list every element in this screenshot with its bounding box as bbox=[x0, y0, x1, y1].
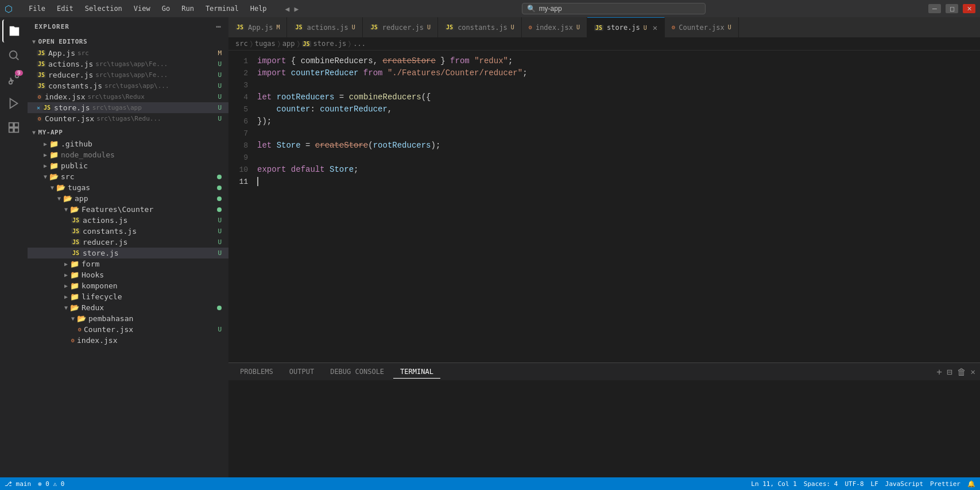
code-line-6: 6 }); bbox=[228, 115, 980, 128]
sidebar-actions[interactable]: ⋯ bbox=[216, 22, 222, 31]
tab-reducer-js[interactable]: JS reducer.js U bbox=[363, 17, 438, 37]
tab-index-jsx[interactable]: ⚙ index.jsx U bbox=[522, 17, 587, 37]
github-folder[interactable]: ▶ 📁 .github bbox=[28, 138, 228, 149]
activity-debug[interactable] bbox=[2, 92, 25, 115]
open-editors-chevron: ▼ bbox=[32, 38, 36, 45]
pembahasan-folder[interactable]: ▼ 📂 pembahasan bbox=[28, 313, 228, 324]
status-notification-icon[interactable]: 🔔 bbox=[967, 480, 975, 488]
chevron-down-icon: ▼ bbox=[44, 173, 47, 180]
tab-app-js-label: App.js bbox=[248, 24, 273, 32]
app-folder[interactable]: ▼ 📂 app bbox=[28, 193, 228, 204]
panel-plus-icon[interactable]: + bbox=[936, 366, 942, 377]
panel-trash-icon[interactable]: 🗑 bbox=[957, 366, 966, 377]
tab-app-js[interactable]: JS App.js M bbox=[228, 17, 287, 37]
menu-help[interactable]: Help bbox=[246, 3, 272, 14]
code-editor[interactable]: 1 import { combineReducers, createStore … bbox=[228, 51, 980, 362]
line-num-6: 6 bbox=[228, 115, 257, 128]
line-num-11: 11 bbox=[228, 176, 257, 188]
menu-edit[interactable]: Edit bbox=[52, 3, 78, 14]
constants-js-tree[interactable]: JS constants.js U bbox=[28, 226, 228, 237]
status-branch[interactable]: ⎇ main bbox=[5, 480, 31, 488]
tab-constants-js[interactable]: JS constants.js U bbox=[438, 17, 522, 37]
badge-u5: U bbox=[218, 104, 226, 111]
status-encoding[interactable]: UTF-8 bbox=[845, 480, 863, 488]
panel-split-icon[interactable]: ⊟ bbox=[947, 366, 952, 377]
code-line-3: 3 bbox=[228, 79, 980, 91]
tab-close-icon[interactable]: ✕ bbox=[653, 23, 657, 32]
chevron-down-icon2: ▼ bbox=[51, 184, 54, 191]
activity-source-control[interactable]: 9 bbox=[2, 68, 25, 91]
lifecycle-folder[interactable]: ▶ 📁 lifecycle bbox=[28, 291, 228, 302]
search-box[interactable]: 🔍 bbox=[522, 3, 706, 14]
open-editor-actions-js[interactable]: JS actions.js src\tugas\app\Fe... U bbox=[28, 59, 228, 70]
open-editor-index-jsx[interactable]: ⚙ index.jsx src\tugas\Redux U bbox=[28, 91, 228, 102]
status-eol[interactable]: LF bbox=[871, 480, 878, 488]
node-modules-folder[interactable]: ▶ 📁 node_modules bbox=[28, 149, 228, 160]
svg-line-1 bbox=[16, 57, 18, 60]
menu-terminal[interactable]: Terminal bbox=[201, 3, 243, 14]
sidebar-header: EXPLORER ⋯ bbox=[28, 17, 228, 36]
panel-tab-debug[interactable]: DEBUG CONSOLE bbox=[323, 365, 391, 379]
features-counter-folder[interactable]: ▼ 📂 Features\Counter bbox=[28, 204, 228, 215]
tab-actions-badge: U bbox=[352, 24, 355, 30]
activity-extensions[interactable] bbox=[2, 116, 25, 139]
line-num-2: 2 bbox=[228, 67, 257, 79]
tab-counter-jsx[interactable]: ⚙ Counter.jsx U bbox=[665, 17, 739, 37]
close-button[interactable]: ✕ bbox=[963, 4, 975, 13]
nav-forward[interactable]: ▶ bbox=[294, 5, 299, 13]
panel-tab-problems[interactable]: PROBLEMS bbox=[233, 365, 280, 379]
status-formatter[interactable]: Prettier bbox=[930, 480, 960, 488]
open-editor-store-js[interactable]: ✕ JS store.js src\tugas\app U bbox=[28, 102, 228, 113]
tab-store-js[interactable]: JS store.js U ✕ bbox=[587, 17, 665, 37]
status-ln-col[interactable]: Ln 11, Col 1 bbox=[751, 480, 796, 488]
maximize-button[interactable]: ◻ bbox=[946, 4, 958, 13]
my-app-section[interactable]: ▼ MY-APP bbox=[28, 126, 228, 138]
panel-tab-terminal[interactable]: TERMINAL bbox=[393, 365, 440, 379]
activity-files[interactable] bbox=[2, 20, 25, 43]
breadcrumb-ellipsis[interactable]: ... bbox=[353, 40, 366, 48]
form-folder[interactable]: ▶ 📁 form bbox=[28, 258, 228, 269]
panel-tab-output[interactable]: OUTPUT bbox=[282, 365, 321, 379]
menu-run[interactable]: Run bbox=[177, 3, 199, 14]
store-js-tree[interactable]: JS store.js U bbox=[28, 248, 228, 258]
github-label: .github bbox=[61, 140, 92, 148]
breadcrumb-store[interactable]: store.js bbox=[313, 40, 347, 48]
panel-content[interactable] bbox=[228, 380, 980, 477]
src-folder[interactable]: ▼ 📂 src bbox=[28, 171, 228, 182]
breadcrumb-app[interactable]: app bbox=[282, 40, 295, 48]
nav-back[interactable]: ◀ bbox=[285, 5, 290, 13]
status-spaces[interactable]: Spaces: 4 bbox=[804, 480, 838, 488]
open-editor-reducer-js[interactable]: JS reducer.js src\tugas\app\Fe... U bbox=[28, 70, 228, 80]
breadcrumb-src[interactable]: src bbox=[235, 40, 248, 48]
hooks-folder[interactable]: ▶ 📁 Hooks bbox=[28, 269, 228, 280]
menu-file[interactable]: File bbox=[24, 3, 50, 14]
actions-js-tree[interactable]: JS actions.js U bbox=[28, 215, 228, 226]
activity-search[interactable] bbox=[2, 44, 25, 67]
counter-jsx-tree[interactable]: ⚙ Counter.jsx U bbox=[28, 324, 228, 335]
store-js-label: store.js bbox=[83, 249, 215, 257]
reducer-js-tree[interactable]: JS reducer.js U bbox=[28, 237, 228, 248]
open-editor-counter-jsx[interactable]: ⚙ Counter.jsx src\tugas\Redu... U bbox=[28, 113, 228, 124]
panel-close-icon[interactable]: ✕ bbox=[971, 367, 975, 376]
status-errors[interactable]: ⊗ 0 ⚠ 0 bbox=[38, 480, 64, 488]
menu-selection[interactable]: Selection bbox=[80, 3, 127, 14]
open-editors-section[interactable]: ▼ OPEN EDITORS bbox=[28, 36, 228, 48]
index-jsx-tree[interactable]: ⚙ index.jsx bbox=[28, 335, 228, 346]
menu-go[interactable]: Go bbox=[157, 3, 175, 14]
breadcrumb-tugas[interactable]: tugas bbox=[255, 40, 276, 48]
public-folder[interactable]: ▶ 📁 public bbox=[28, 160, 228, 171]
tab-app-badge: M bbox=[276, 24, 280, 30]
search-input[interactable] bbox=[539, 5, 700, 13]
tab-actions-js[interactable]: JS actions.js U bbox=[287, 17, 362, 37]
redux-folder[interactable]: ▼ 📂 Redux bbox=[28, 302, 228, 313]
status-language[interactable]: JavaScript bbox=[885, 480, 923, 488]
open-editor-app-js[interactable]: JS App.js src M bbox=[28, 48, 228, 59]
menu-view[interactable]: View bbox=[129, 3, 155, 14]
tugas-label: tugas bbox=[68, 183, 215, 192]
open-editor-constants-js[interactable]: JS constants.js src\tugas\app\... U bbox=[28, 80, 228, 91]
breadcrumb-js-icon: JS bbox=[302, 41, 311, 47]
gear-icon4: ⚙ bbox=[71, 337, 75, 344]
tugas-folder[interactable]: ▼ 📂 tugas bbox=[28, 182, 228, 193]
komponen-folder[interactable]: ▶ 📁 komponen bbox=[28, 280, 228, 291]
minimize-button[interactable]: ─ bbox=[928, 4, 941, 13]
